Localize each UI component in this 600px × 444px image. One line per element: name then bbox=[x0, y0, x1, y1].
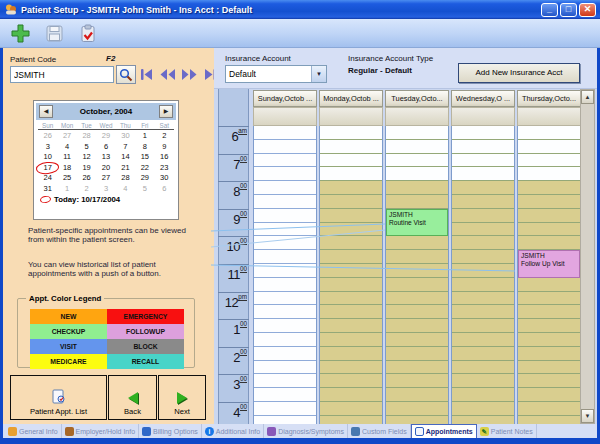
calendar-date[interactable]: 19 bbox=[77, 163, 96, 173]
calendar-date[interactable]: 2 bbox=[155, 131, 174, 141]
calendar-date[interactable]: 28 bbox=[77, 131, 96, 141]
calendar-date[interactable]: 27 bbox=[96, 173, 115, 183]
hour-label-1100: 1100 bbox=[218, 265, 247, 283]
diagnosis-icon bbox=[267, 427, 276, 436]
patient-search-button[interactable] bbox=[116, 65, 136, 84]
tab-label: Custom Fields bbox=[362, 428, 407, 435]
scroll-up-icon[interactable]: ▲ bbox=[581, 90, 594, 104]
insurance-account-select[interactable]: Default ▼ bbox=[225, 65, 327, 83]
appointment-follow-up-visit[interactable]: JSMITHFollow Up Visit bbox=[518, 250, 580, 278]
calendar-date[interactable]: 30 bbox=[155, 173, 174, 183]
hour-label-800: 800 bbox=[218, 182, 247, 200]
calendar-date[interactable]: 11 bbox=[57, 152, 76, 162]
hour-label-900: 900 bbox=[218, 210, 247, 228]
tab-billing-options[interactable]: Billing Options bbox=[139, 424, 202, 438]
day-header-2[interactable]: Tuesday,Octo... bbox=[385, 90, 449, 107]
calendar-date[interactable]: 3 bbox=[96, 184, 115, 194]
calendar-date[interactable]: 3 bbox=[38, 142, 57, 152]
patient-appt-list-button[interactable]: Patient Appt. List bbox=[10, 375, 107, 420]
appt-patient: JSMITH bbox=[389, 211, 445, 219]
appointment-schedule: Sunday,Octob ...Monday,Octob ...Tuesday,… bbox=[214, 89, 597, 424]
window-title: Patient Setup - JSMITH John Smith - Ins … bbox=[21, 5, 541, 15]
day-column-2[interactable] bbox=[385, 126, 449, 424]
day-column-1[interactable] bbox=[319, 126, 383, 424]
hour-label-700: 700 bbox=[218, 155, 247, 173]
tab-custom-fields[interactable]: Custom Fields bbox=[348, 424, 411, 438]
day-column-0[interactable] bbox=[253, 126, 317, 424]
back-button[interactable]: Back bbox=[108, 375, 157, 420]
legend-item-block: BLOCK bbox=[107, 339, 184, 354]
calendar-date[interactable]: 23 bbox=[155, 163, 174, 173]
people-icon bbox=[8, 427, 17, 436]
calendar-date[interactable]: 7 bbox=[116, 142, 135, 152]
tab-employer-hold-info[interactable]: Employer/Hold Info bbox=[62, 424, 140, 438]
first-record-icon[interactable] bbox=[140, 69, 153, 80]
calendar-date-selected[interactable]: 17 bbox=[38, 163, 57, 173]
calendar-date[interactable]: 2 bbox=[77, 184, 96, 194]
calendar-date[interactable]: 26 bbox=[77, 173, 96, 183]
info-paragraph-1: Patient-specific appointments can be vie… bbox=[28, 226, 200, 245]
calendar-date[interactable]: 30 bbox=[116, 131, 135, 141]
tab-additional-info[interactable]: iAdditional Info bbox=[202, 424, 264, 438]
calendar-date[interactable]: 31 bbox=[38, 184, 57, 194]
chevron-down-icon[interactable]: ▼ bbox=[311, 66, 326, 82]
calendar-date[interactable]: 27 bbox=[57, 131, 76, 141]
calendar-date[interactable]: 1 bbox=[135, 131, 154, 141]
calendar-date[interactable]: 18 bbox=[57, 163, 76, 173]
save-button[interactable] bbox=[39, 21, 69, 46]
calendar-date[interactable]: 22 bbox=[135, 163, 154, 173]
day-header-1[interactable]: Monday,Octob ... bbox=[319, 90, 383, 107]
calendar-date[interactable]: 25 bbox=[57, 173, 76, 183]
calendar-prev-button[interactable]: ◀ bbox=[39, 105, 53, 118]
tab-general-info[interactable]: General Info bbox=[5, 424, 62, 438]
calendar-date[interactable]: 6 bbox=[96, 142, 115, 152]
next-button[interactable]: Next bbox=[158, 375, 206, 420]
calendar-date[interactable]: 10 bbox=[38, 152, 57, 162]
calendar-date[interactable]: 16 bbox=[155, 152, 174, 162]
day-column-3[interactable] bbox=[451, 126, 515, 424]
calendar-date[interactable]: 4 bbox=[57, 142, 76, 152]
calendar-date[interactable]: 5 bbox=[135, 184, 154, 194]
day-header-0[interactable]: Sunday,Octob ... bbox=[253, 90, 317, 107]
scroll-down-icon[interactable]: ▼ bbox=[581, 409, 594, 423]
prev-record-icon[interactable] bbox=[160, 69, 175, 80]
calendar-date[interactable]: 15 bbox=[135, 152, 154, 162]
minimize-button[interactable]: _ bbox=[541, 3, 558, 17]
calendar-date[interactable]: 8 bbox=[135, 142, 154, 152]
calendar-date[interactable]: 5 bbox=[77, 142, 96, 152]
calendar-date[interactable]: 26 bbox=[38, 131, 57, 141]
calendar-date[interactable]: 4 bbox=[116, 184, 135, 194]
appt-list-icon bbox=[52, 389, 65, 404]
day-header-3[interactable]: Wednesday,O ... bbox=[451, 90, 515, 107]
schedule-scrollbar[interactable]: ▲ ▼ bbox=[580, 89, 595, 424]
add-insurance-button[interactable]: Add New Insurance Acct bbox=[458, 63, 580, 83]
calendar-next-button[interactable]: ▶ bbox=[159, 105, 173, 118]
calendar-date[interactable]: 29 bbox=[135, 173, 154, 183]
appointment-routine-visit[interactable]: JSMITHRoutine Visit bbox=[386, 209, 448, 237]
calendar-date[interactable]: 6 bbox=[155, 184, 174, 194]
tab-patient-notes[interactable]: ✎Patient Notes bbox=[477, 424, 537, 438]
calendar-date[interactable]: 13 bbox=[96, 152, 115, 162]
hour-label-200: 200 bbox=[218, 348, 247, 366]
maximize-button[interactable]: □ bbox=[560, 3, 577, 17]
patient-code-label: Patient Code bbox=[10, 55, 56, 64]
calendar-date[interactable]: 20 bbox=[96, 163, 115, 173]
tab-diagnosis-symptoms[interactable]: Diagnosis/Symptoms bbox=[264, 424, 348, 438]
calendar-date[interactable]: 14 bbox=[116, 152, 135, 162]
appt-color-legend: Appt. Color Legend NEWEMERGENCYCHECKUPFO… bbox=[17, 298, 195, 368]
next-record-icon[interactable] bbox=[182, 69, 197, 80]
calendar-date[interactable]: 29 bbox=[96, 131, 115, 141]
day-header-4[interactable]: Thursday,Octo... bbox=[517, 90, 581, 107]
tab-appointments[interactable]: Appointments bbox=[411, 424, 477, 438]
patient-code-input[interactable] bbox=[10, 66, 114, 83]
close-button[interactable]: ✕ bbox=[579, 3, 596, 17]
add-patient-button[interactable] bbox=[5, 21, 35, 46]
calendar-date[interactable]: 21 bbox=[116, 163, 135, 173]
employer-icon bbox=[65, 427, 74, 436]
calendar-date[interactable]: 12 bbox=[77, 152, 96, 162]
calendar-date[interactable]: 1 bbox=[57, 184, 76, 194]
calendar-date[interactable]: 24 bbox=[38, 173, 57, 183]
calendar-date[interactable]: 28 bbox=[116, 173, 135, 183]
calendar-date[interactable]: 9 bbox=[155, 142, 174, 152]
verify-button[interactable] bbox=[73, 21, 103, 46]
